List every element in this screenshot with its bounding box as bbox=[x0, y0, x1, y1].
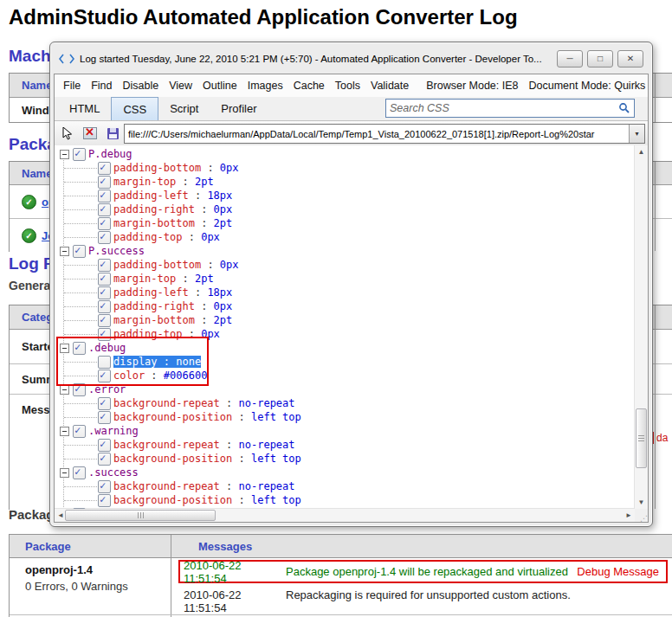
rule-selector: .debug bbox=[88, 342, 126, 354]
property-checkbox[interactable] bbox=[98, 314, 111, 327]
css-property-padding-right[interactable]: padding-right : 0px bbox=[60, 299, 635, 313]
scroll-up-icon[interactable]: ▲ bbox=[635, 148, 648, 156]
css-property-padding-left[interactable]: padding-left : 18px bbox=[60, 189, 635, 202]
css-property-padding-bottom[interactable]: padding-bottom : 0px bbox=[60, 161, 635, 175]
property-checkbox[interactable] bbox=[98, 453, 111, 466]
save-icon[interactable] bbox=[105, 125, 120, 141]
property-checkbox[interactable] bbox=[98, 231, 111, 244]
maximize-button[interactable]: □ bbox=[587, 50, 613, 67]
css-property-margin-bottom[interactable]: margin-bottom : 2pt bbox=[60, 313, 635, 327]
property-checkbox[interactable] bbox=[98, 494, 111, 507]
col-header-messages: Messages bbox=[186, 535, 252, 557]
property-checkbox[interactable] bbox=[98, 203, 111, 216]
collapse-icon[interactable] bbox=[60, 468, 69, 478]
property-checkbox[interactable] bbox=[98, 286, 111, 299]
css-property-padding-bottom[interactable]: padding-bottom : 0px bbox=[60, 258, 635, 272]
resize-grip[interactable]: ⋰ bbox=[635, 509, 648, 522]
css-property-margin-bottom[interactable]: margin-bottom : 2pt bbox=[60, 216, 635, 230]
css-rule-.success[interactable]: .success bbox=[60, 466, 635, 479]
rule-checkbox[interactable] bbox=[73, 148, 86, 161]
property-checkbox[interactable] bbox=[98, 300, 111, 313]
devtools-titlebar[interactable]: Log started Tuesday, June 22, 2010 5:21 … bbox=[52, 44, 650, 73]
message-text: Package openproj-1.4 will be repackaged … bbox=[286, 565, 568, 578]
chevron-down-icon[interactable]: ▾ bbox=[629, 125, 644, 143]
stylesheet-selector[interactable]: file:///C:/Users/michaelurman/AppData/Lo… bbox=[124, 124, 645, 144]
vertical-scrollbar[interactable]: ▲ ▼ bbox=[634, 145, 648, 509]
tab-css[interactable]: CSS bbox=[111, 97, 158, 120]
css-property-background-repeat[interactable]: background-repeat : no-repeat bbox=[60, 438, 635, 452]
css-rule-.debug[interactable]: .debug bbox=[60, 341, 635, 355]
css-property-background-repeat[interactable]: background-repeat : no-repeat bbox=[60, 396, 635, 410]
search-icon[interactable] bbox=[618, 102, 630, 114]
collapse-icon[interactable] bbox=[60, 427, 69, 436]
css-rule-.error[interactable]: .error bbox=[60, 382, 635, 396]
menu-item-cache[interactable]: Cache bbox=[288, 80, 330, 92]
tab-html[interactable]: HTML bbox=[58, 97, 111, 120]
menu-item-file[interactable]: File bbox=[58, 80, 86, 92]
menu-item-validate[interactable]: Validate bbox=[365, 80, 414, 92]
property-checkbox[interactable] bbox=[98, 328, 111, 341]
css-property-padding-top[interactable]: padding-top : 0px bbox=[60, 327, 635, 341]
css-property-margin-top[interactable]: margin-top : 2pt bbox=[60, 272, 635, 286]
property-checkbox[interactable] bbox=[98, 356, 111, 369]
rule-checkbox[interactable] bbox=[73, 466, 86, 479]
property-checkbox[interactable] bbox=[98, 259, 111, 272]
menu-item-browser-mode[interactable]: Browser Mode: IE8 bbox=[421, 80, 523, 92]
menu-item-tools[interactable]: Tools bbox=[330, 80, 365, 92]
property-checkbox[interactable] bbox=[98, 439, 111, 452]
css-property-background-position[interactable]: background-position : left top bbox=[60, 452, 635, 466]
rule-checkbox[interactable] bbox=[73, 425, 86, 438]
css-property-padding-right[interactable]: padding-right : 0px bbox=[60, 202, 635, 216]
css-property-background-repeat[interactable]: background-repeat : no-repeat bbox=[60, 479, 635, 493]
property-checkbox[interactable] bbox=[98, 190, 111, 202]
collapse-icon[interactable] bbox=[60, 150, 69, 159]
rule-checkbox[interactable] bbox=[73, 508, 86, 510]
property-checkbox[interactable] bbox=[98, 162, 111, 175]
property-checkbox[interactable] bbox=[98, 273, 111, 286]
collapse-icon[interactable] bbox=[60, 344, 69, 353]
css-property-padding-left[interactable]: padding-left : 18px bbox=[60, 286, 635, 299]
scroll-down-icon[interactable]: ▼ bbox=[635, 498, 648, 506]
property-checkbox[interactable] bbox=[98, 370, 111, 382]
menu-item-document-mode[interactable]: Document Mode: Quirks bbox=[524, 80, 648, 92]
vertical-scroll-thumb[interactable] bbox=[636, 408, 647, 468]
css-property-padding-top[interactable]: padding-top : 0px bbox=[60, 230, 635, 244]
close-button[interactable]: ✕ bbox=[617, 50, 643, 67]
clear-css-icon[interactable] bbox=[82, 125, 98, 141]
scroll-right-icon[interactable]: ► bbox=[625, 511, 632, 519]
tab-script[interactable]: Script bbox=[158, 97, 210, 120]
property-checkbox[interactable] bbox=[98, 397, 111, 410]
menu-item-view[interactable]: View bbox=[164, 80, 197, 92]
css-rule-P.success[interactable]: P.success bbox=[60, 244, 635, 258]
property-checkbox[interactable] bbox=[98, 411, 111, 424]
css-property-color[interactable]: color : #006600 bbox=[60, 369, 635, 382]
scroll-left-icon[interactable]: ◄ bbox=[57, 511, 64, 519]
property-checkbox[interactable] bbox=[98, 176, 111, 189]
select-element-icon[interactable] bbox=[60, 125, 75, 141]
property-checkbox[interactable] bbox=[98, 480, 111, 493]
search-box[interactable] bbox=[385, 99, 635, 118]
css-property-display[interactable]: display : none bbox=[60, 355, 635, 369]
menu-item-disable[interactable]: Disable bbox=[117, 80, 164, 92]
collapse-icon[interactable] bbox=[60, 247, 69, 256]
menu-item-outline[interactable]: Outline bbox=[197, 80, 242, 92]
css-property-margin-top[interactable]: margin-top : 2pt bbox=[60, 175, 635, 189]
search-input[interactable] bbox=[386, 102, 618, 114]
rule-checkbox[interactable] bbox=[73, 383, 86, 396]
rule-checkbox[interactable] bbox=[73, 245, 86, 258]
collapse-icon[interactable] bbox=[60, 385, 69, 395]
css-property-background-position[interactable]: background-position : left top bbox=[60, 410, 635, 424]
horizontal-scroll-thumb[interactable] bbox=[65, 510, 216, 521]
rule-checkbox[interactable] bbox=[73, 342, 86, 355]
message-time: 2010-06-22 11:51:54 bbox=[184, 559, 286, 585]
css-property-background-position[interactable]: background-position : left top bbox=[60, 493, 635, 507]
menu-item-images[interactable]: Images bbox=[242, 80, 288, 92]
devtools-window: Log started Tuesday, June 22, 2010 5:21 … bbox=[49, 42, 653, 527]
css-rule-P.debug[interactable]: P.debug bbox=[60, 147, 635, 161]
horizontal-scrollbar[interactable]: ◄ ► bbox=[55, 508, 635, 522]
css-rule-.warning[interactable]: .warning bbox=[60, 424, 635, 438]
tab-profiler[interactable]: Profiler bbox=[210, 97, 268, 120]
minimize-button[interactable]: ─ bbox=[557, 50, 583, 67]
property-checkbox[interactable] bbox=[98, 217, 111, 230]
menu-item-find[interactable]: Find bbox=[86, 80, 117, 92]
